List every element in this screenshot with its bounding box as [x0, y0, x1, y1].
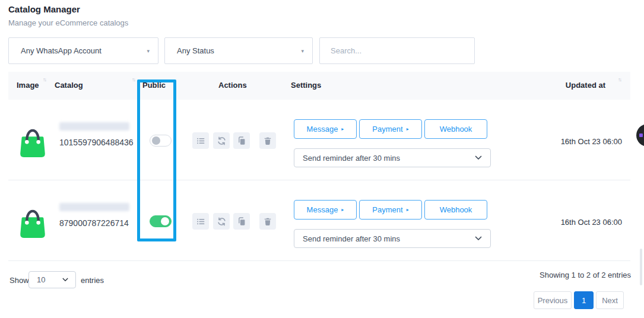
column-header-public: Public [142, 81, 166, 90]
payment-button-label: Payment [372, 205, 402, 214]
details-list-button[interactable] [192, 132, 209, 149]
catalog-id: 1015597906488436 [59, 138, 134, 147]
webhook-button-label: Webhook [440, 205, 472, 214]
trash-icon [264, 217, 272, 226]
copy-button[interactable] [233, 132, 250, 149]
updated-at: 16th Oct 23 06:00 [561, 137, 622, 146]
webhook-button[interactable]: Webhook [424, 200, 487, 220]
column-header-actions: Actions [218, 81, 247, 90]
caret-right-icon: ▸ [341, 127, 344, 132]
list-icon [196, 217, 205, 226]
status-value: Any Status [177, 46, 301, 55]
sync-button[interactable] [213, 213, 230, 230]
next-button[interactable]: Next [596, 291, 624, 309]
page-title: Catalog Manager [8, 4, 80, 14]
column-header-catalog[interactable]: Catalog [55, 81, 83, 90]
caret-right-icon: ▸ [407, 127, 409, 132]
chevron-down-icon [475, 236, 482, 241]
page-size-value: 10 [37, 275, 62, 284]
reminder-select[interactable]: Send reminder after 30 mins [294, 229, 491, 248]
showing-entries-text: Showing 1 to 2 of 2 entries [540, 271, 631, 279]
caret-down-icon: ▾ [301, 48, 304, 54]
table-row: 879000787226714 Message ▸ Payment ▸ Webh [8, 180, 630, 261]
copy-icon [237, 136, 246, 145]
copy-button[interactable] [233, 213, 250, 230]
table-header: Image ↑↓ Catalog ↑↓ Public Actions Setti… [8, 72, 630, 100]
message-button[interactable]: Message ▸ [294, 119, 357, 139]
sort-icon[interactable]: ↑↓ [618, 77, 621, 82]
floating-widget-button[interactable] [636, 124, 644, 147]
payment-button[interactable]: Payment ▸ [359, 200, 422, 220]
payment-button[interactable]: Payment ▸ [359, 119, 422, 139]
search-input[interactable] [319, 37, 475, 64]
widget-dot-icon [639, 133, 643, 137]
message-button-label: Message [307, 125, 338, 133]
sort-icon[interactable]: ↑↓ [132, 77, 135, 82]
reminder-select[interactable]: Send reminder after 30 mins [294, 148, 491, 167]
message-button[interactable]: Message ▸ [294, 200, 357, 220]
trash-icon [264, 136, 272, 145]
page-subtitle: Manage your eCommerce catalogs [8, 18, 128, 27]
current-page-button[interactable]: 1 [574, 291, 594, 309]
public-toggle[interactable] [150, 215, 172, 227]
catalog-image-icon [18, 121, 47, 158]
details-list-button[interactable] [192, 213, 209, 230]
sync-button[interactable] [213, 132, 230, 149]
message-button-label: Message [307, 205, 338, 214]
status-select[interactable]: Any Status ▾ [164, 37, 313, 64]
caret-right-icon: ▸ [407, 208, 409, 212]
sync-icon [217, 217, 226, 226]
reminder-value: Send reminder after 30 mins [303, 234, 475, 243]
column-header-updated-at[interactable]: Updated at [566, 81, 605, 90]
webhook-button-label: Webhook [440, 125, 472, 133]
column-header-settings: Settings [291, 81, 321, 90]
whatsapp-account-select[interactable]: Any WhatsApp Account ▾ [8, 37, 158, 64]
catalog-name-redacted [59, 203, 129, 211]
webhook-button[interactable]: Webhook [424, 119, 487, 139]
chevron-down-icon [62, 278, 68, 282]
reminder-value: Send reminder after 30 mins [303, 154, 475, 163]
show-label: Show [9, 276, 29, 285]
entries-label: entries [81, 276, 104, 285]
caret-right-icon: ▸ [341, 208, 344, 212]
chevron-down-icon [475, 155, 482, 160]
catalog-id: 879000787226714 [59, 218, 129, 228]
previous-button[interactable]: Previous [534, 291, 572, 309]
updated-at: 16th Oct 23 06:00 [561, 218, 622, 227]
table-row: 1015597906488436 Message ▸ Payment ▸ Web [8, 100, 630, 180]
delete-button[interactable] [259, 213, 276, 230]
copy-icon [237, 217, 246, 226]
list-icon [196, 136, 205, 145]
sync-icon [217, 136, 226, 145]
catalog-image-icon [18, 202, 47, 238]
payment-button-label: Payment [372, 125, 402, 133]
public-toggle[interactable] [150, 135, 172, 147]
scrollbar-thumb[interactable] [640, 249, 642, 285]
page-size-select[interactable]: 10 [28, 271, 76, 288]
catalog-name-redacted [59, 122, 129, 131]
delete-button[interactable] [259, 132, 276, 149]
column-header-image[interactable]: Image [17, 81, 39, 90]
sort-icon[interactable]: ↑↓ [43, 77, 46, 82]
whatsapp-account-value: Any WhatsApp Account [21, 46, 147, 55]
caret-down-icon: ▾ [147, 48, 150, 54]
